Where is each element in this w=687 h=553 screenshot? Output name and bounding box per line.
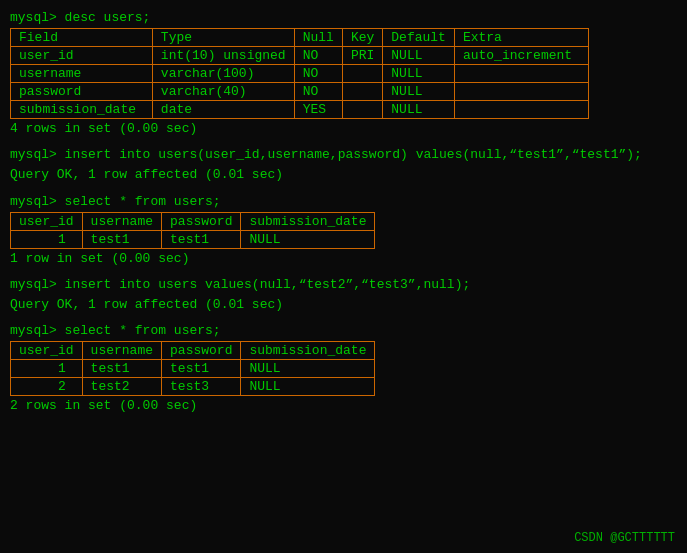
cell-null: NO [294,83,342,101]
table-row: submission_date date YES NULL [11,101,589,119]
cell-password: test3 [162,378,241,396]
col-password: password [162,212,241,230]
cell-username: test1 [82,230,161,248]
cell-extra [454,83,588,101]
table-row: password varchar(40) NO NULL [11,83,589,101]
col-key: Key [342,29,382,47]
cell-password: test1 [162,360,241,378]
cell-key [342,65,382,83]
cell-extra [454,65,588,83]
cell-type: varchar(100) [152,65,294,83]
cell-key [342,101,382,119]
cell-field: submission_date [11,101,153,119]
terminal: mysql> desc users; Field Type Null Key D… [10,8,677,416]
table-row: username varchar(100) NO NULL [11,65,589,83]
col-extra: Extra [454,29,588,47]
watermark-text: CSDN @GCTTTTTT [574,531,675,545]
cmd2-prompt: mysql> insert into users(user_id,usernam… [10,145,677,165]
table-row: 1 test1 test1 NULL [11,360,375,378]
cell-user_id: 2 [11,378,83,396]
cell-default: NULL [383,47,455,65]
table-row: 2 test2 test3 NULL [11,378,375,396]
cmd4-result: Query OK, 1 row affected (0.01 sec) [10,295,677,315]
col-default: Default [383,29,455,47]
cell-submission_date: NULL [241,378,375,396]
cell-field: password [11,83,153,101]
col-user_id: user_id [11,212,83,230]
cell-extra: auto_increment [454,47,588,65]
cmd3-result: 1 row in set (0.00 sec) [10,249,677,269]
cell-type: date [152,101,294,119]
col-submission_date: submission_date [241,212,375,230]
col-submission_date: submission_date [241,342,375,360]
cmd3-table: user_id username password submission_dat… [10,212,677,249]
cmd1-prompt: mysql> desc users; [10,8,677,28]
cell-default: NULL [383,83,455,101]
cell-field: username [11,65,153,83]
cmd5-prompt: mysql> select * from users; [10,321,677,341]
cell-field: user_id [11,47,153,65]
cell-type: int(10) unsigned [152,47,294,65]
col-type: Type [152,29,294,47]
cell-key: PRI [342,47,382,65]
cell-default: NULL [383,65,455,83]
cmd5-table: user_id username password submission_dat… [10,341,677,396]
col-username: username [82,342,161,360]
col-user_id: user_id [11,342,83,360]
table-row: user_id int(10) unsigned NO PRI NULL aut… [11,47,589,65]
cell-user_id: 1 [11,230,83,248]
cell-username: test1 [82,360,161,378]
col-null: Null [294,29,342,47]
col-password: password [162,342,241,360]
cell-default: NULL [383,101,455,119]
cell-username: test2 [82,378,161,396]
cell-null: NO [294,65,342,83]
cmd2-result: Query OK, 1 row affected (0.01 sec) [10,165,677,185]
cell-type: varchar(40) [152,83,294,101]
cmd3-prompt: mysql> select * from users; [10,192,677,212]
cmd5-result: 2 rows in set (0.00 sec) [10,396,677,416]
cell-submission_date: NULL [241,360,375,378]
cmd1-result: 4 rows in set (0.00 sec) [10,119,677,139]
cell-null: YES [294,101,342,119]
cell-submission_date: NULL [241,230,375,248]
cell-null: NO [294,47,342,65]
cmd1-table: Field Type Null Key Default Extra user_i… [10,28,677,119]
col-field: Field [11,29,153,47]
table-row: 1 test1 test1 NULL [11,230,375,248]
cell-user_id: 1 [11,360,83,378]
cell-extra [454,101,588,119]
cell-password: test1 [162,230,241,248]
cmd4-prompt: mysql> insert into users values(null,“te… [10,275,677,295]
col-username: username [82,212,161,230]
cell-key [342,83,382,101]
